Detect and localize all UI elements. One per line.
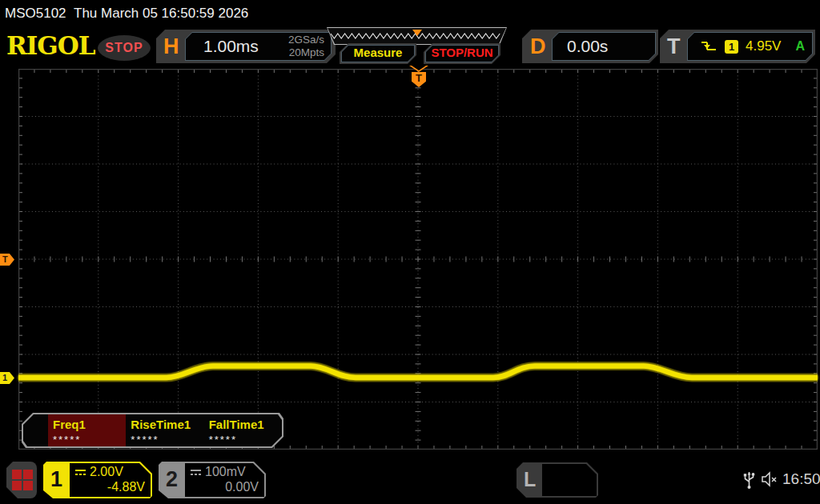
speaker-mute-icon bbox=[761, 471, 781, 487]
measurement-panel[interactable]: Freq1 ***** RiseTime1 ***** FallTime1 **… bbox=[22, 413, 283, 448]
rigol-logo: RIGOL bbox=[6, 34, 95, 58]
graticule bbox=[18, 69, 818, 450]
measurement-falltime1[interactable]: FallTime1 ***** bbox=[204, 414, 282, 446]
trigger-hollow-triangle-icon bbox=[409, 66, 428, 72]
clock: 16:50 bbox=[782, 470, 820, 488]
channel2-offset: 0.00V bbox=[190, 480, 259, 494]
channel1-offset: -4.88V bbox=[74, 480, 145, 494]
horizontal-settings[interactable]: H 1.00ms 2GSa/s 20Mpts bbox=[156, 30, 336, 63]
delay-value: 0.00s bbox=[567, 37, 608, 56]
logic-label: L bbox=[524, 468, 536, 491]
usb-icon bbox=[743, 468, 755, 490]
falling-edge-icon bbox=[700, 40, 718, 53]
delay-box[interactable]: 0.00s bbox=[552, 32, 656, 61]
logic-channels-status[interactable]: L 0 1 2 3 4 5 6 7 8 9 1011 12131415 bbox=[517, 462, 598, 498]
status-bar: MSO5102 Thu March 05 16:50:59 2026 bbox=[0, 0, 820, 26]
stop-run-button[interactable]: STOP/RUN bbox=[424, 43, 500, 64]
datetime: Thu March 05 16:50:59 2026 bbox=[74, 6, 248, 22]
menu-grid-icon bbox=[12, 470, 22, 479]
sample-rate-depth: 2GSa/s 20Mpts bbox=[288, 34, 324, 59]
measurement-risetime1[interactable]: RiseTime1 ***** bbox=[126, 414, 203, 446]
channel1-scale: 2.00V bbox=[90, 465, 123, 479]
horizontal-label: H bbox=[163, 34, 179, 59]
dc-coupling-icon bbox=[74, 468, 86, 477]
channel1-status[interactable]: 1 2.00V -4.88V bbox=[43, 462, 152, 498]
dc-coupling-icon bbox=[190, 468, 202, 477]
channel2-scale: 100mV bbox=[205, 465, 246, 479]
channel1-ground-marker[interactable]: 1 bbox=[0, 372, 14, 384]
trigger-sweep-mode: A bbox=[795, 39, 805, 54]
trigger-box[interactable]: 1 4.95V A bbox=[687, 32, 813, 61]
measurement-freq1[interactable]: Freq1 ***** bbox=[48, 414, 126, 446]
delay-label: D bbox=[530, 34, 546, 59]
horizontal-box[interactable]: 1.00ms 2GSa/s 20Mpts bbox=[185, 32, 332, 61]
trigger-position-marker[interactable]: T bbox=[408, 66, 430, 88]
channel2-status[interactable]: 2 100mV 0.00V bbox=[159, 462, 266, 498]
menu-grid-button[interactable] bbox=[6, 462, 37, 498]
preview-trigger-position-icon bbox=[412, 30, 422, 36]
model-name: MSO5102 bbox=[5, 6, 66, 22]
oscilloscope-screen: MSO5102 Thu March 05 16:50:59 2026 RIGOL… bbox=[0, 0, 820, 504]
delay-settings[interactable]: D 0.00s bbox=[522, 30, 658, 63]
timebase-value: 1.00ms bbox=[203, 37, 259, 56]
waveform-preview-strip[interactable] bbox=[327, 27, 507, 45]
run-state-indicator[interactable]: STOP bbox=[98, 35, 151, 61]
logic-row1: 0 1 2 3 4 5 6 7 bbox=[547, 495, 597, 504]
trigger-source-badge: 1 bbox=[725, 40, 738, 54]
trigger-level-value: 4.95V bbox=[746, 38, 781, 54]
trigger-t-icon: T bbox=[412, 72, 426, 87]
trigger-label: T bbox=[667, 34, 681, 59]
trigger-level-marker[interactable]: T bbox=[0, 254, 14, 266]
measure-button[interactable]: Measure bbox=[340, 43, 416, 64]
trigger-settings[interactable]: T 1 4.95V A bbox=[660, 30, 815, 63]
